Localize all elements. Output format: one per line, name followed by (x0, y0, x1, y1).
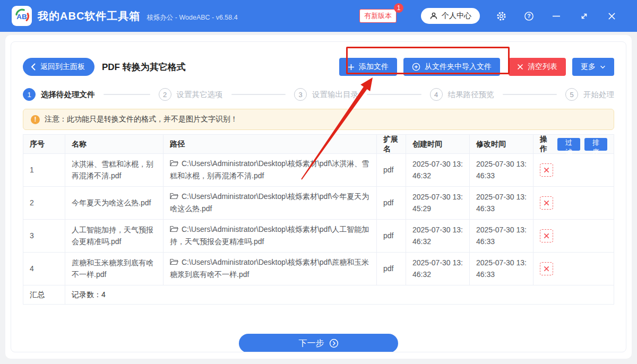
next-step-button[interactable]: 下一步 (239, 334, 398, 352)
step-item: 2 设置其它选项 (159, 88, 295, 101)
file-extension: pdf (383, 263, 393, 275)
file-name: 冰淇淋、雪糕和冰棍，别再混淆不清.pdf (72, 159, 157, 181)
person-icon (429, 12, 438, 20)
folder-icon (170, 257, 178, 269)
created-time: 2025-07-30 13:46:32 (412, 159, 463, 181)
new-version-label: 有新版本 (364, 12, 392, 20)
sort-button[interactable]: 排序 (584, 138, 607, 151)
col-header-path: 路径 (163, 135, 376, 153)
step-number: 5 (565, 88, 578, 101)
app-logo: AB (12, 6, 32, 26)
table-row: 1 冰淇淋、雪糕和冰棍，别再混淆不清.pdf C:\Users\Administ… (23, 154, 614, 187)
table-row: 4 蔗糖和玉米糖浆到底有啥不一样.pdf C:\Users\Administra… (23, 253, 614, 285)
step-item: 1 选择待处理文件 (23, 88, 159, 101)
file-name: 今年夏天为啥这么热.pdf (72, 197, 151, 209)
remove-file-button[interactable] (540, 163, 553, 177)
folder-icon (170, 224, 178, 236)
modified-time: 2025-07-30 13:46:33 (476, 224, 527, 247)
more-label: 更多 (581, 62, 596, 72)
file-table: 序号 名称 路径 扩展名 创建时间 修改时间 操作 过滤 排序 1 冰淇淋、雪糕… (23, 134, 614, 305)
step-label: 开始处理 (583, 90, 614, 100)
title-bar: AB 我的ABC软件工具箱 核烁办公 - WodeABC - v6.58.4 有… (0, 0, 637, 32)
back-label: 返回到主面板 (40, 62, 85, 72)
main-card: 返回到主面板 PDF 转换为其它格式 添加文件 从文件夹中导入文件 (5, 35, 632, 359)
file-path: C:\Users\Administrator\Desktop\核烁素材\pdf\… (170, 192, 369, 213)
created-time: 2025-07-30 13:46:32 (412, 224, 463, 247)
file-extension: pdf (383, 197, 393, 209)
page-title: PDF 转换为其它格式 (102, 61, 186, 73)
import-from-folder-label: 从文件夹中导入文件 (425, 62, 492, 72)
file-extension: pdf (383, 164, 393, 176)
step-label: 设置其它选项 (177, 90, 223, 100)
clear-list-label: 清空列表 (528, 62, 557, 72)
add-file-label: 添加文件 (359, 62, 389, 72)
col-header-index: 序号 (23, 135, 65, 153)
file-name: 人工智能加持，天气预报会更精准吗.pdf (72, 224, 157, 247)
folder-icon (170, 192, 178, 203)
filter-button[interactable]: 过滤 (557, 138, 580, 151)
profile-button[interactable]: 个人中心 (421, 8, 480, 24)
summary-label: 汇总 (23, 285, 65, 304)
table-summary-row: 汇总 记录数：4 (23, 285, 614, 305)
table-body: 1 冰淇淋、雪糕和冰棍，别再混淆不清.pdf C:\Users\Administ… (23, 154, 614, 285)
minimize-icon[interactable] (543, 6, 570, 25)
row-index: 3 (30, 230, 34, 242)
import-from-folder-button[interactable]: 从文件夹中导入文件 (403, 58, 500, 76)
notice-banner: ! 注意：此功能只是转换文件的格式，并不是图片文字识别！ (23, 109, 614, 130)
plus-icon (348, 64, 355, 71)
next-step-label: 下一步 (299, 338, 324, 349)
step-connector (231, 94, 286, 95)
step-label: 设置输出目录 (312, 90, 358, 100)
new-version-badge[interactable]: 有新版本 1 (359, 9, 397, 23)
circle-arrow-right-icon (329, 339, 339, 348)
content-panel: 返回到主面板 PDF 转换为其它格式 添加文件 从文件夹中导入文件 (11, 41, 626, 352)
more-button[interactable]: 更多 (572, 58, 614, 76)
file-path: C:\Users\Administrator\Desktop\核烁素材\pdf\… (170, 159, 369, 180)
col-header-operations: 操作 过滤 排序 (533, 135, 614, 153)
step-item: 5 开始处理 (565, 88, 614, 101)
col-header-ext: 扩展名 (376, 135, 406, 153)
step-connector (104, 94, 150, 95)
notification-count-badge: 1 (394, 3, 403, 13)
created-time: 2025-07-30 13:45:29 (412, 192, 463, 214)
x-icon (517, 64, 523, 70)
file-extension: pdf (383, 230, 393, 242)
maximize-icon[interactable] (570, 6, 598, 25)
modified-time: 2025-07-30 13:46:33 (476, 159, 527, 181)
step-number: 2 (159, 88, 171, 101)
remove-file-button[interactable] (540, 196, 553, 210)
step-connector (503, 94, 557, 95)
folder-icon (170, 159, 178, 170)
row-index: 2 (30, 197, 34, 209)
row-index: 4 (30, 263, 34, 275)
step-number: 4 (430, 88, 443, 101)
remove-file-button[interactable] (540, 262, 553, 275)
file-name: 蔗糖和玉米糖浆到底有啥不一样.pdf (72, 257, 157, 280)
add-file-button[interactable]: 添加文件 (339, 58, 397, 76)
help-icon[interactable]: ? (515, 6, 543, 25)
logo-text: AB (16, 13, 27, 21)
settings-icon[interactable] (487, 6, 515, 25)
chevron-left-icon (31, 63, 36, 71)
clear-list-button[interactable]: 清空列表 (509, 58, 566, 76)
col-header-modified: 修改时间 (469, 135, 533, 153)
chevron-down-icon (600, 65, 606, 69)
step-label: 选择待处理文件 (41, 90, 95, 100)
step-item: 4 结果路径预览 (430, 88, 566, 101)
toolbar: 返回到主面板 PDF 转换为其它格式 添加文件 从文件夹中导入文件 (23, 58, 614, 76)
table-row: 2 今年夏天为啥这么热.pdf C:\Users\Administrator\D… (23, 187, 614, 220)
warning-icon: ! (31, 115, 40, 124)
app-title: 我的ABC软件工具箱 (38, 9, 140, 23)
step-item: 3 设置输出目录 (294, 88, 430, 101)
file-path: C:\Users\Administrator\Desktop\核烁素材\pdf\… (170, 225, 369, 246)
row-index: 1 (30, 164, 34, 176)
back-to-dashboard-button[interactable]: 返回到主面板 (23, 58, 94, 76)
remove-file-button[interactable] (540, 229, 553, 242)
notice-text: 注意：此功能只是转换文件的格式，并不是图片文字识别！ (45, 115, 238, 124)
summary-record-count: 记录数：4 (65, 285, 614, 304)
step-indicator: 1 选择待处理文件 2 设置其它选项 3 设置输出目录 4 结果路径预览 5 开… (23, 88, 614, 101)
modified-time: 2025-07-30 13:46:33 (476, 192, 527, 214)
modified-time: 2025-07-30 13:46:33 (476, 257, 527, 280)
close-icon[interactable] (598, 6, 625, 25)
col-header-name: 名称 (65, 135, 163, 153)
